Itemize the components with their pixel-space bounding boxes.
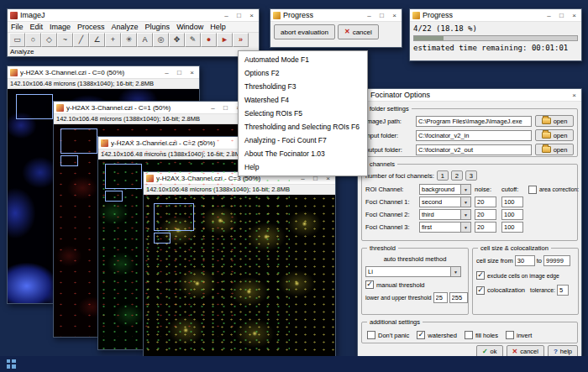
input-folder-open-button[interactable]: open	[535, 129, 574, 141]
roi-rectangle[interactable]	[154, 233, 171, 244]
menu-item-watershed[interactable]: Watershed F4	[239, 93, 367, 107]
menu-item-analyzing-foci-count[interactable]: Analyzing - Foci Count F7	[239, 134, 367, 147]
lower-threshold-field[interactable]	[433, 292, 448, 303]
foci-channel-1-noise-field[interactable]	[475, 196, 496, 207]
foci-channels-3-button[interactable]: 3	[465, 170, 477, 181]
minimize-button[interactable]: –	[207, 102, 219, 113]
roi-rectangle[interactable]	[60, 155, 78, 166]
output-folder-open-button[interactable]: open	[535, 144, 574, 155]
minimize-button[interactable]: –	[160, 67, 173, 78]
roi-rectangle[interactable]	[105, 191, 123, 202]
point-tool-icon[interactable]: +	[105, 33, 121, 47]
maximize-button[interactable]: □	[233, 10, 245, 21]
foci-channel-1-label: Foci Channel 1:	[365, 198, 416, 206]
freehand-tool-icon[interactable]: ~	[57, 33, 73, 47]
macro-tool-2-icon[interactable]: ►	[217, 33, 233, 47]
close-button[interactable]: ×	[388, 10, 401, 21]
dropper-tool-icon[interactable]: ✎	[185, 33, 201, 47]
colocalization-checkbox[interactable]: ✓colocalization	[476, 286, 525, 295]
menu-process[interactable]: Process	[74, 22, 108, 33]
foci-channel-1-select[interactable]: second▼	[419, 196, 471, 207]
cancel-button[interactable]: ✕ cancel	[338, 24, 379, 39]
foci-channel-2-noise-field[interactable]	[475, 209, 496, 220]
menu-item-about[interactable]: About The Focinator 1.03	[239, 147, 367, 160]
foci-channels-1-button[interactable]: 1	[437, 170, 449, 181]
imagej-titlebar[interactable]: ImageJ – □ ×	[8, 9, 259, 22]
maximize-button[interactable]: □	[375, 10, 388, 21]
maximize-button[interactable]: □	[219, 102, 232, 113]
minimize-button[interactable]: –	[220, 10, 233, 21]
image-canvas-c3[interactable]	[144, 195, 335, 356]
minimize-button[interactable]: –	[363, 10, 375, 21]
minimize-button[interactable]: –	[543, 10, 555, 21]
roi-rectangle[interactable]	[105, 164, 142, 189]
roi-rectangle[interactable]	[154, 203, 194, 231]
roi-channel-select[interactable]: background▼	[419, 184, 471, 195]
fill-holes-checkbox[interactable]: fill holes	[465, 331, 498, 339]
close-button[interactable]: ×	[245, 10, 258, 21]
foci-channel-2-select[interactable]: third▼	[419, 209, 471, 220]
menu-item-selecting-rois[interactable]: Selecting ROIs F5	[239, 107, 367, 120]
angle-tool-icon[interactable]: ∠	[89, 33, 105, 47]
input-folder-field[interactable]	[416, 130, 532, 141]
exclude-edge-checkbox[interactable]: ✓exclude cells on image edge	[476, 271, 575, 280]
close-button[interactable]: ×	[568, 90, 580, 101]
imagej-path-field[interactable]	[416, 116, 532, 127]
roi-rectangle[interactable]	[16, 94, 53, 119]
oval-tool-icon[interactable]: ○	[25, 33, 41, 47]
invert-checkbox[interactable]: invert	[506, 331, 532, 339]
progress-large-titlebar[interactable]: Progress – □ ×	[410, 9, 581, 22]
image-window-c0-titlebar[interactable]: y-H2AX 3-Channel.czi - C=0 (50%) – □ ×	[8, 66, 199, 79]
start-button[interactable]	[0, 356, 22, 372]
roi-rectangle[interactable]	[60, 128, 97, 154]
menu-analyze[interactable]: Analyze	[108, 22, 142, 33]
foci-channels-2-button[interactable]: 2	[451, 170, 463, 181]
menu-edit[interactable]: Edit	[27, 22, 47, 33]
menu-item-thresholding[interactable]: Thresholding F3	[239, 80, 367, 93]
macro-tool-1-icon[interactable]: ●	[201, 33, 217, 47]
tolerance-field[interactable]	[557, 285, 569, 296]
menu-item-options[interactable]: Options F2	[239, 66, 367, 80]
watershed-checkbox[interactable]: ✓watershed	[417, 331, 457, 339]
menu-item-thresholding-selecting-rois[interactable]: Thresholding and Selecting ROIs F6	[239, 120, 367, 134]
rectangle-tool-icon[interactable]: ▭	[9, 33, 25, 47]
cell-size-from-field[interactable]	[515, 255, 535, 266]
hand-tool-icon[interactable]: ✥	[169, 33, 185, 47]
open-label: open	[554, 118, 568, 125]
line-tool-icon[interactable]: ╱	[73, 33, 89, 47]
threshold-method-select[interactable]: Li▼	[365, 266, 461, 277]
menu-help[interactable]: Help	[207, 22, 229, 33]
area-correction-checkbox[interactable]: area correction:	[528, 186, 579, 194]
foci-channel-1-cutoff-field[interactable]	[501, 196, 523, 207]
wand-tool-icon[interactable]: ✳	[121, 33, 137, 47]
maximize-button[interactable]: □	[173, 67, 186, 78]
progress-bar	[413, 35, 578, 41]
foci-channel-2-cutoff-field[interactable]	[501, 209, 523, 220]
menu-item-automated-mode[interactable]: Automated Mode F1	[239, 53, 367, 66]
magnifier-tool-icon[interactable]: ◎	[153, 33, 169, 47]
close-button[interactable]: ×	[568, 10, 580, 21]
menu-window[interactable]: Window	[173, 22, 207, 33]
imagej-path-open-button[interactable]: open	[535, 115, 574, 127]
dont-panic-checkbox[interactable]: Don't panic	[367, 331, 409, 339]
text-tool-icon[interactable]: A	[137, 33, 153, 47]
polygon-tool-icon[interactable]: ◇	[41, 33, 57, 47]
options-titlebar[interactable]: Focinator Options ×	[358, 89, 581, 102]
foci-channel-3-cutoff-field[interactable]	[501, 222, 523, 233]
maximize-button[interactable]: □	[555, 10, 568, 21]
menu-image[interactable]: Image	[46, 22, 74, 33]
cell-size-to-field[interactable]	[543, 255, 570, 266]
foci-channel-3-select[interactable]: first▼	[419, 222, 471, 233]
upper-threshold-field[interactable]	[449, 292, 468, 303]
foci-channel-3-noise-field[interactable]	[475, 222, 496, 233]
more-tools-icon[interactable]: »	[233, 33, 249, 47]
menu-item-help[interactable]: Help	[239, 160, 367, 174]
abort-evaluation-button[interactable]: abort evaluation	[274, 24, 335, 39]
menu-file[interactable]: File	[8, 22, 27, 33]
channels-legend: channels	[367, 160, 397, 168]
progress-small-titlebar[interactable]: Progress – □ ×	[270, 9, 402, 22]
manual-threshold-checkbox[interactable]: ✓manual threshold	[365, 280, 465, 289]
output-folder-field[interactable]	[416, 144, 532, 155]
menu-plugins[interactable]: Plugins	[142, 22, 174, 33]
close-button[interactable]: ×	[186, 67, 198, 78]
